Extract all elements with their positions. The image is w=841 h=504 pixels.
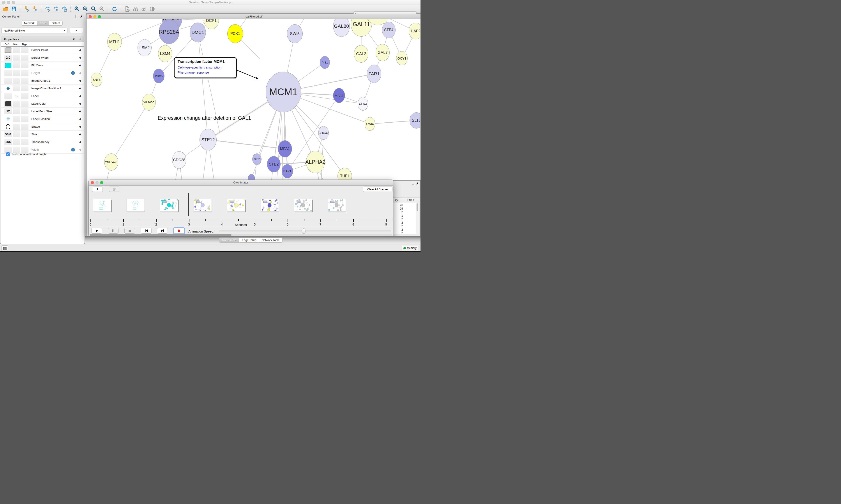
expand-property-icon[interactable]: ◀ [79, 133, 80, 136]
frame-thumbnail-5[interactable] [261, 199, 279, 212]
memory-button[interactable]: Memory [402, 245, 418, 251]
mapping-cell[interactable] [13, 78, 20, 84]
cyanimator-titlebar[interactable]: CyAnimator [89, 180, 393, 186]
network-node-yil105c[interactable]: YIL105C [142, 94, 156, 111]
mapping-cell[interactable] [13, 131, 20, 137]
bypass-cell[interactable] [21, 139, 29, 145]
table-cell[interactable]: 26 [393, 203, 403, 207]
property-row-label-font-size[interactable]: 12Label Font Size◀ [1, 108, 84, 115]
save-session-icon[interactable] [10, 6, 18, 12]
network-node-cdc42[interactable]: CDC42 [318, 126, 329, 140]
delete-frame-button[interactable] [109, 186, 119, 192]
frame-thumbnail-7[interactable] [328, 199, 346, 212]
expand-property-icon[interactable]: ◀ [79, 72, 80, 74]
record-button[interactable] [174, 228, 184, 234]
zoom-window-icon[interactable] [100, 181, 103, 184]
expand-all-icon[interactable]: » [72, 38, 76, 40]
frame-thumbnail-2[interactable] [160, 199, 178, 212]
network-node-ste2[interactable]: STE2 [267, 156, 281, 172]
property-row-fill-color[interactable]: Fill Color◀ [1, 62, 84, 69]
network-node-swi5[interactable]: SWI5 [287, 24, 303, 43]
expand-property-icon[interactable]: ◀ [79, 79, 80, 82]
float-panel-icon[interactable] [412, 182, 414, 185]
default-value-cell[interactable]: 50.0 [4, 131, 12, 137]
minimize-window-icon[interactable] [7, 1, 10, 4]
expand-property-icon[interactable]: ◀ [79, 118, 80, 121]
annotation-box[interactable]: Transcription factor MCM1 Cell-type-spec… [174, 57, 237, 78]
tab-edge-table[interactable]: Edge Table [239, 238, 259, 242]
default-value-cell[interactable] [4, 124, 12, 130]
slider-handle[interactable] [302, 228, 305, 234]
bypass-cell[interactable] [21, 101, 29, 107]
table-cell[interactable]: 2 [393, 228, 403, 231]
property-row-image-chart-position-1[interactable]: Image/Chart Position 1◀ [1, 85, 84, 92]
bypass-cell[interactable] [21, 62, 29, 68]
table-cell[interactable]: 1 [393, 214, 403, 217]
default-value-cell[interactable] [4, 93, 12, 99]
frame-thumbnail-4[interactable] [227, 199, 245, 212]
tab-network-table[interactable]: Network Table [259, 238, 282, 242]
tab-network[interactable]: Network [21, 21, 37, 25]
mapping-cell[interactable] [13, 70, 20, 76]
mapping-cell[interactable] [13, 55, 20, 61]
style-selector[interactable]: galFiltered Style ▾ [1, 28, 68, 33]
network-window-titlebar[interactable]: galFiltered.sif [87, 14, 420, 19]
column-header-degree[interactable]: ity [395, 198, 398, 202]
zoom-fit-icon[interactable] [90, 6, 97, 12]
bypass-cell[interactable] [21, 116, 29, 122]
frame-thumbnail-6[interactable] [294, 199, 312, 212]
mapping-cell[interactable] [13, 85, 20, 91]
network-node-gal2[interactable]: GAL2 [354, 45, 369, 62]
frame-thumbnail-1[interactable] [127, 199, 145, 212]
task-history-button[interactable] [1, 246, 8, 251]
network-node-lsm4[interactable]: LSM4 [158, 45, 172, 62]
tab-style[interactable]: Style [37, 21, 49, 25]
default-value-cell[interactable]: 12 [4, 108, 12, 114]
stop-button[interactable] [124, 228, 135, 234]
default-value-cell[interactable] [4, 62, 12, 68]
property-row-label[interactable]: ⋮›Label◀ [1, 92, 84, 100]
import-table-icon[interactable] [31, 6, 38, 12]
default-value-cell[interactable]: 2.0 [4, 55, 12, 61]
property-row-shape[interactable]: Shape◀ [1, 123, 84, 131]
annotation-link[interactable]: Cell-type-specific transcription [178, 65, 236, 70]
minimize-window-icon[interactable] [93, 15, 96, 18]
network-node-cln3[interactable]: CLN3 [358, 97, 368, 111]
bypass-cell[interactable] [21, 47, 29, 53]
network-node-snf3[interactable]: SNF3 [91, 73, 102, 87]
network-node-pdc5[interactable]: PDC5 [153, 69, 164, 83]
zoom-window-icon[interactable] [12, 1, 15, 4]
export-image-icon[interactable] [60, 6, 68, 12]
export-table-icon[interactable] [52, 6, 59, 12]
expand-property-icon[interactable]: ◀ [79, 56, 80, 59]
refresh-icon[interactable] [111, 6, 118, 12]
float-panel-icon[interactable] [75, 15, 78, 18]
network-node-gcy1[interactable]: GCY1 [396, 51, 408, 65]
mapping-cell[interactable] [13, 124, 20, 130]
info-icon[interactable]: i [71, 71, 75, 75]
property-row-border-width[interactable]: 2.0Border Width◀ [1, 54, 84, 62]
network-node-pis1[interactable]: PIS1 [320, 56, 330, 69]
expand-property-icon[interactable]: ◀ [79, 49, 80, 51]
column-header-stress[interactable]: Stres [407, 198, 414, 202]
zoom-in-icon[interactable] [73, 6, 80, 12]
property-row-image-chart-1[interactable]: Image/Chart 1◀ [1, 77, 84, 85]
mapping-cell[interactable] [13, 101, 20, 107]
table-cell[interactable]: 2 [393, 221, 403, 224]
property-row-label-position[interactable]: Label Position◀ [1, 115, 84, 123]
import-network-icon[interactable] [23, 6, 30, 12]
expand-property-icon[interactable]: ◀ [79, 141, 80, 143]
property-row-height[interactable]: Heighti◀ [1, 69, 84, 77]
network-node-far1[interactable]: FAR1 [367, 65, 381, 83]
close-window-icon[interactable] [89, 15, 92, 18]
network-node-alpha2[interactable]: ALPHA2 [306, 151, 325, 173]
default-value-cell[interactable]: 255 [4, 139, 12, 145]
default-value-cell[interactable] [4, 70, 12, 76]
network-node-lsm2[interactable]: LSM2 [138, 39, 151, 56]
bypass-cell[interactable] [21, 131, 29, 137]
minimize-window-icon[interactable] [95, 181, 99, 184]
table-cell[interactable]: 2 [393, 224, 403, 228]
default-value-cell[interactable] [4, 78, 12, 84]
close-window-icon[interactable] [2, 1, 5, 4]
network-node-bar1[interactable]: BAR1 [282, 164, 293, 178]
